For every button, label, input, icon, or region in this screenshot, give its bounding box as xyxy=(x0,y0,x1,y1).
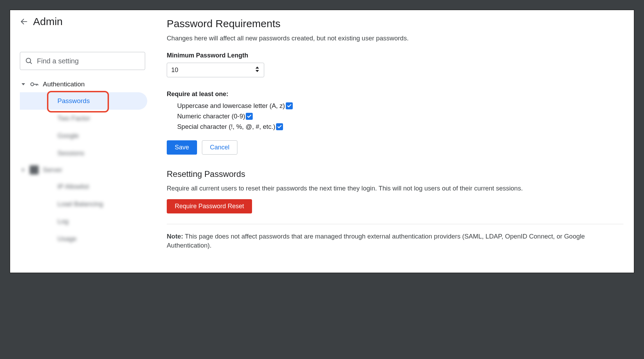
checkbox-special[interactable] xyxy=(276,123,283,130)
search-input[interactable] xyxy=(37,57,140,65)
header: Admin xyxy=(20,16,153,28)
sidebar: Admin Authentication xyxy=(10,10,153,273)
requirement-row: Numeric character (0-9) xyxy=(167,111,623,122)
cancel-button[interactable]: Cancel xyxy=(202,140,237,155)
nav-item-blurred[interactable]: IP Allowlist xyxy=(20,178,147,195)
nav-item-blurred[interactable]: Google xyxy=(20,127,147,145)
nav-group-label: Authentication xyxy=(43,80,85,88)
min-length-select[interactable]: 10 xyxy=(167,63,264,77)
note-text: Note: This page does not affect password… xyxy=(167,232,623,250)
button-row: Save Cancel xyxy=(167,140,623,155)
divider xyxy=(167,224,623,224)
require-password-reset-button[interactable]: Require Password Reset xyxy=(167,199,252,213)
svg-marker-10 xyxy=(256,70,259,72)
requirement-label: Numeric character (0-9) xyxy=(177,112,245,120)
main-content: Password Requirements Changes here will … xyxy=(153,10,634,273)
nav-item-label: Google xyxy=(57,132,79,139)
checkbox-uppercase[interactable] xyxy=(286,102,293,109)
note-body: This page does not affect passwords that… xyxy=(167,233,585,249)
nav-item-blurred[interactable]: Load Balancing xyxy=(20,195,147,213)
caret-right-icon xyxy=(21,168,25,172)
reset-title: Resetting Passwords xyxy=(167,169,623,179)
content-title: Password Requirements xyxy=(167,18,623,30)
nav-item-label: Log xyxy=(57,218,69,225)
requirement-label: Uppercase and lowercase letter (A, z) xyxy=(177,102,285,110)
requirement-label: Special character (!, %, @, #, etc.) xyxy=(177,123,275,131)
body-container: Admin Authentication xyxy=(10,10,634,273)
nav-group-label: Server xyxy=(43,166,62,174)
svg-line-2 xyxy=(30,62,32,64)
reset-description: Require all current users to reset their… xyxy=(167,184,623,193)
content-description: Changes here will affect all new passwor… xyxy=(167,34,623,42)
nav-item-blurred[interactable]: Usage xyxy=(20,230,147,248)
nav-item-passwords[interactable]: Passwords xyxy=(20,92,147,110)
key-icon xyxy=(30,80,39,89)
back-arrow-icon[interactable] xyxy=(20,17,28,26)
nav-item-label: IP Allowlist xyxy=(57,183,89,190)
page-title: Admin xyxy=(33,16,63,28)
requirement-row: Special character (!, %, @, #, etc.) xyxy=(167,122,623,132)
nav-item-label: Usage xyxy=(57,235,77,242)
search-icon xyxy=(25,57,33,65)
nav-item-blurred[interactable]: Two Factor xyxy=(20,110,147,127)
svg-point-1 xyxy=(26,58,31,63)
svg-marker-3 xyxy=(22,83,25,85)
svg-marker-9 xyxy=(256,67,259,69)
server-icon xyxy=(30,165,39,174)
nav-item-label: Sessions xyxy=(57,149,84,157)
min-length-label: Minimum Password Length xyxy=(167,52,623,59)
nav-item-label: Load Balancing xyxy=(57,200,103,208)
nav-item-label: Passwords xyxy=(57,97,90,104)
requirement-row: Uppercase and lowercase letter (A, z) xyxy=(167,101,623,111)
svg-point-4 xyxy=(31,83,34,86)
nav-item-blurred[interactable]: Log xyxy=(20,213,147,230)
require-header: Require at least one: xyxy=(167,91,623,98)
svg-marker-8 xyxy=(22,168,24,172)
checkbox-numeric[interactable] xyxy=(246,113,253,120)
min-length-value: 10 xyxy=(171,67,178,74)
search-box[interactable] xyxy=(20,52,145,70)
nav-group-server[interactable]: Server xyxy=(20,162,151,178)
nav-scroll[interactable]: Authentication Passwords Two Factor Goog… xyxy=(20,76,153,273)
save-button[interactable]: Save xyxy=(167,140,197,155)
note-label: Note: xyxy=(167,233,183,240)
nav-item-label: Two Factor xyxy=(57,115,90,122)
nav-item-blurred[interactable]: Sessions xyxy=(20,145,147,162)
sort-icon xyxy=(255,67,260,74)
caret-down-icon xyxy=(21,82,25,86)
nav-group-authentication[interactable]: Authentication xyxy=(20,76,151,92)
admin-window: Admin Authentication xyxy=(10,10,634,273)
